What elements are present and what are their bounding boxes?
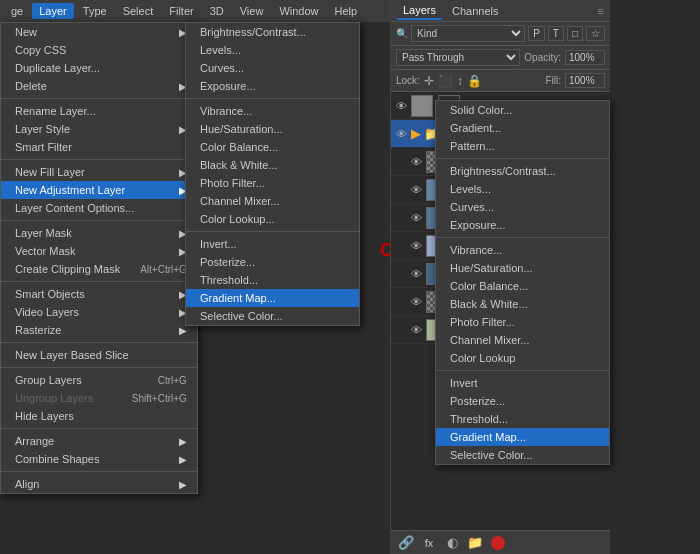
menu-bar-item-window[interactable]: Window [272,3,325,19]
layer-menu-mask[interactable]: Layer Mask ▶ [1,224,197,242]
layer-menu-arrange[interactable]: Arrange ▶ [1,432,197,450]
adj-selective-color[interactable]: Selective Color... [186,307,359,325]
adj-invert[interactable]: Invert... [186,235,359,253]
blend-opacity-row: Pass Through Opacity: [391,46,610,70]
rs-black-white[interactable]: Black & White... [436,295,609,313]
layer-menu-delete[interactable]: Delete ▶ [1,77,197,95]
lock-move-icon[interactable]: ↕ [457,74,463,88]
rs-pattern[interactable]: Pattern... [436,137,609,155]
layer-menu-clipping[interactable]: Create Clipping Mask Alt+Ctrl+G [1,260,197,278]
layer-menu-vector-mask[interactable]: Vector Mask ▶ [1,242,197,260]
lock-pos-icon[interactable]: ✛ [424,74,434,88]
rs-posterize[interactable]: Posterize... [436,392,609,410]
tab-channels[interactable]: Channels [446,3,504,19]
blend-mode-select[interactable]: Pass Through [396,49,520,66]
adj-black-white[interactable]: Black & White... [186,156,359,174]
layer-menu-align[interactable]: Align ▶ [1,475,197,493]
layer-menu-smart-filter[interactable]: Smart Filter [1,138,197,156]
rs-photo-filter[interactable]: Photo Filter... [436,313,609,331]
rs-exposure[interactable]: Exposure... [436,216,609,234]
fill-input[interactable] [565,73,605,88]
layer-menu-hide[interactable]: Hide Layers [1,407,197,425]
eye-sub-2[interactable]: 👁 [409,183,423,197]
layer-menu-ungroup[interactable]: Ungroup Layers Shift+Ctrl+G [1,389,197,407]
adj-hue[interactable]: Hue/Saturation... [186,120,359,138]
adj-gradient-map[interactable]: Gradient Map... [186,289,359,307]
menu-bar-item-layer[interactable]: Layer [32,3,74,19]
opacity-input[interactable] [565,50,605,65]
rs-selective-color[interactable]: Selective Color... [436,446,609,464]
red-circle-container[interactable] [488,534,508,552]
rs-color-lookup[interactable]: Color Lookup [436,349,609,367]
fx-label[interactable]: fx [419,534,439,552]
rs-color-balance[interactable]: Color Balance... [436,277,609,295]
eye-icon-group2[interactable]: 👁 [394,127,408,141]
lock-all-icon[interactable]: 🔒 [467,74,482,88]
menu-bar-item-help[interactable]: Help [328,3,365,19]
adj-channel-mixer[interactable]: Channel Mixer... [186,192,359,210]
eye-sub-5[interactable]: 👁 [409,267,423,281]
menu-bar-item-view[interactable]: View [233,3,271,19]
panel-header: Layers Channels ≡ [391,0,610,22]
layer-menu-combine[interactable]: Combine Shapes ▶ [1,450,197,468]
adj-color-lookup[interactable]: Color Lookup... [186,210,359,228]
layer-menu-smart-objects[interactable]: Smart Objects ▶ [1,285,197,303]
eye-sub-6[interactable]: 👁 [409,295,423,309]
menu-bar-item-filter[interactable]: Filter [162,3,200,19]
menu-bar-item-ge[interactable]: ge [4,3,30,19]
layer-menu-video[interactable]: Video Layers ▶ [1,303,197,321]
rs-gradient-map[interactable]: Gradient Map... [436,428,609,446]
layer-menu-rasterize[interactable]: Rasterize ▶ [1,321,197,339]
kind-select[interactable]: Kind [411,25,525,42]
kind-icon-t: T [548,26,564,41]
eye-sub-3[interactable]: 👁 [409,211,423,225]
layer-menu-duplicate[interactable]: Duplicate Layer... [1,59,197,77]
rs-invert[interactable]: Invert [436,374,609,392]
menu-bar-item-3d[interactable]: 3D [203,3,231,19]
adj-vibrance[interactable]: Vibrance... [186,102,359,120]
adj-brightness[interactable]: Brightness/Contrast... [186,23,359,41]
layer-menu-slice[interactable]: New Layer Based Slice [1,346,197,364]
sep7 [1,428,197,429]
panel-options-icon[interactable]: ≡ [598,5,604,17]
menu-bar-item-type[interactable]: Type [76,3,114,19]
rs-brightness[interactable]: Brightness/Contrast... [436,162,609,180]
adj-photo-filter[interactable]: Photo Filter... [186,174,359,192]
eye-sub-4[interactable]: 👁 [409,239,423,253]
rs-gradient[interactable]: Gradient... [436,119,609,137]
rs-hue[interactable]: Hue/Saturation... [436,259,609,277]
eye-icon-15[interactable]: 👁 [394,99,408,113]
adj-threshold[interactable]: Threshold... [186,271,359,289]
adj-posterize[interactable]: Posterize... [186,253,359,271]
rs-solid-color[interactable]: Solid Color... [436,101,609,119]
layer-menu-style[interactable]: Layer Style ▶ [1,120,197,138]
rs-curves[interactable]: Curves... [436,198,609,216]
rs-vibrance[interactable]: Vibrance... [436,241,609,259]
menu-bar-item-select[interactable]: Select [116,3,161,19]
tab-layers[interactable]: Layers [397,2,442,20]
adj-curves[interactable]: Curves... [186,59,359,77]
layer-menu-group[interactable]: Group Layers Ctrl+G [1,371,197,389]
eye-sub-1[interactable]: 👁 [409,155,423,169]
lock-label: Lock: [396,75,420,86]
layer-menu-copy-css[interactable]: Copy CSS [1,41,197,59]
layer-menu-new[interactable]: New ▶ [1,23,197,41]
layer-menu-rename[interactable]: Rename Layer... [1,102,197,120]
rs-channel-mixer[interactable]: Channel Mixer... [436,331,609,349]
lock-pixel-icon[interactable]: ⬛ [438,74,453,88]
adj-exposure[interactable]: Exposure... [186,77,359,95]
adjustment-icon[interactable]: ◐ [442,534,462,552]
layer-menu-content-options[interactable]: Layer Content Options... [1,199,197,217]
link-icon[interactable]: 🔗 [396,534,416,552]
layer-menu-new-fill[interactable]: New Fill Layer ▶ [1,163,197,181]
rs-threshold[interactable]: Threshold... [436,410,609,428]
opacity-label: Opacity: [524,52,561,63]
folder-bottom-icon[interactable]: 📁 [465,534,485,552]
adj-color-balance[interactable]: Color Balance... [186,138,359,156]
adj-levels[interactable]: Levels... [186,41,359,59]
rs-levels[interactable]: Levels... [436,180,609,198]
sep1 [1,98,197,99]
eye-sub-7[interactable]: 👁 [409,323,423,337]
layer-menu-new-adjustment[interactable]: New Adjustment Layer ▶ [1,181,197,199]
right-panel: Layers Channels ≡ 🔍 Kind P T □ ☆ Pass Th… [390,0,610,554]
